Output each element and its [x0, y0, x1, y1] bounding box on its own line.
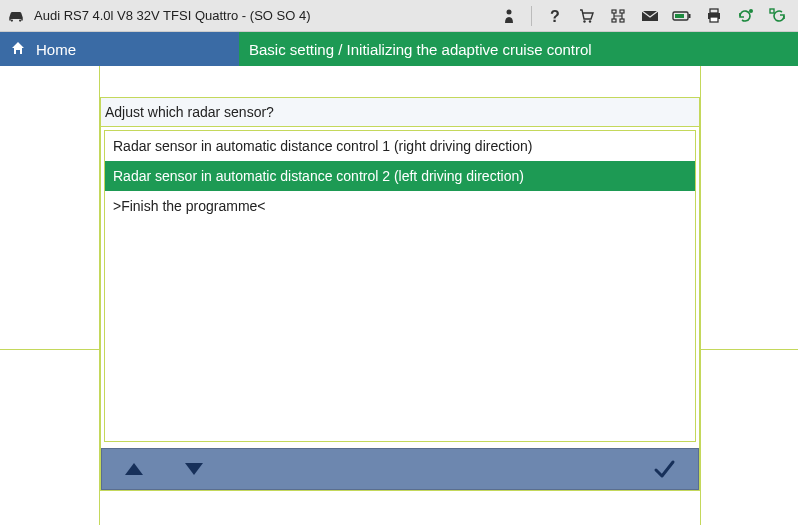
work-area: Adjust which radar sensor? Radar sensor …	[0, 66, 798, 525]
print-icon[interactable]	[704, 6, 724, 26]
dialog: Adjust which radar sensor? Radar sensor …	[100, 97, 700, 491]
svg-rect-16	[770, 9, 774, 13]
window-title: Audi RS7 4.0l V8 32V TFSI Quattro - (SO …	[34, 8, 499, 23]
svg-rect-7	[620, 19, 624, 22]
person-icon[interactable]	[499, 6, 519, 26]
svg-rect-11	[675, 14, 684, 18]
home-tab[interactable]: Home	[0, 32, 239, 66]
svg-text:?: ?	[550, 8, 560, 24]
svg-point-3	[589, 20, 591, 22]
svg-rect-10	[689, 14, 691, 18]
grid-line	[700, 66, 701, 525]
battery-icon[interactable]	[672, 6, 692, 26]
option-radar-2[interactable]: Radar sensor in automatic distance contr…	[105, 161, 695, 191]
dialog-footer	[101, 448, 699, 490]
help-icon[interactable]: ?	[544, 6, 564, 26]
down-button[interactable]	[166, 452, 222, 486]
home-label: Home	[36, 41, 76, 58]
breadcrumb: Basic setting / Initializing the adaptiv…	[239, 32, 798, 66]
up-button[interactable]	[106, 452, 162, 486]
breadcrumb-text: Basic setting / Initializing the adaptiv…	[249, 41, 592, 58]
option-radar-1[interactable]: Radar sensor in automatic distance contr…	[105, 131, 695, 161]
svg-point-15	[749, 9, 753, 13]
refresh-icon[interactable]	[736, 6, 756, 26]
option-list: Radar sensor in automatic distance contr…	[104, 130, 696, 442]
toolbar: ?	[499, 6, 792, 26]
confirm-button[interactable]	[634, 452, 694, 486]
title-bar: Audi RS7 4.0l V8 32V TFSI Quattro - (SO …	[0, 0, 798, 32]
option-finish[interactable]: >Finish the programme<	[105, 191, 695, 221]
svg-point-0	[507, 9, 512, 14]
svg-rect-6	[612, 19, 616, 22]
toolbar-divider	[531, 6, 532, 26]
svg-rect-14	[710, 17, 718, 22]
svg-rect-12	[710, 9, 718, 13]
mail-icon[interactable]	[640, 6, 660, 26]
nav-bar: Home Basic setting / Initializing the ad…	[0, 32, 798, 66]
sync-icon[interactable]	[768, 6, 788, 26]
tree-icon[interactable]	[608, 6, 628, 26]
svg-rect-4	[612, 10, 616, 13]
car-icon	[6, 6, 26, 26]
cart-icon[interactable]	[576, 6, 596, 26]
svg-point-2	[583, 20, 585, 22]
home-icon	[10, 40, 26, 59]
svg-rect-5	[620, 10, 624, 13]
dialog-prompt: Adjust which radar sensor?	[101, 98, 699, 127]
